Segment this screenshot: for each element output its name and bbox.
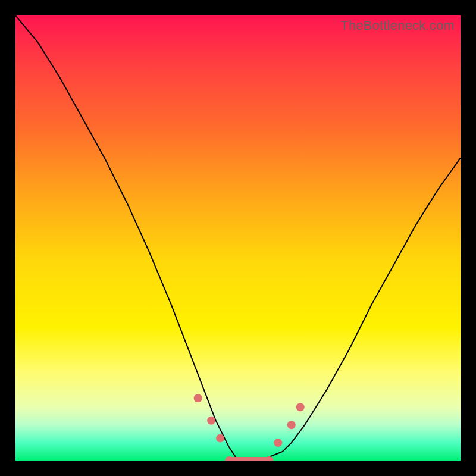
plot-area: TheBottleneck.com: [15, 15, 461, 461]
curve-marker: [207, 416, 215, 425]
curve-marker: [194, 394, 202, 402]
curve-markers: [194, 394, 305, 447]
flat-segment: [225, 456, 273, 461]
chart-frame: TheBottleneck.com: [0, 0, 476, 476]
curve-marker: [296, 403, 305, 411]
flat-segment-cap: [265, 456, 273, 461]
curve-marker: [287, 421, 296, 429]
curve-layer: [15, 15, 461, 461]
curve-marker: [274, 439, 282, 447]
flat-segment-cap: [225, 456, 233, 461]
flat-segment-pill: [229, 457, 269, 461]
bottleneck-curve: [15, 15, 461, 461]
curve-marker: [216, 434, 224, 443]
